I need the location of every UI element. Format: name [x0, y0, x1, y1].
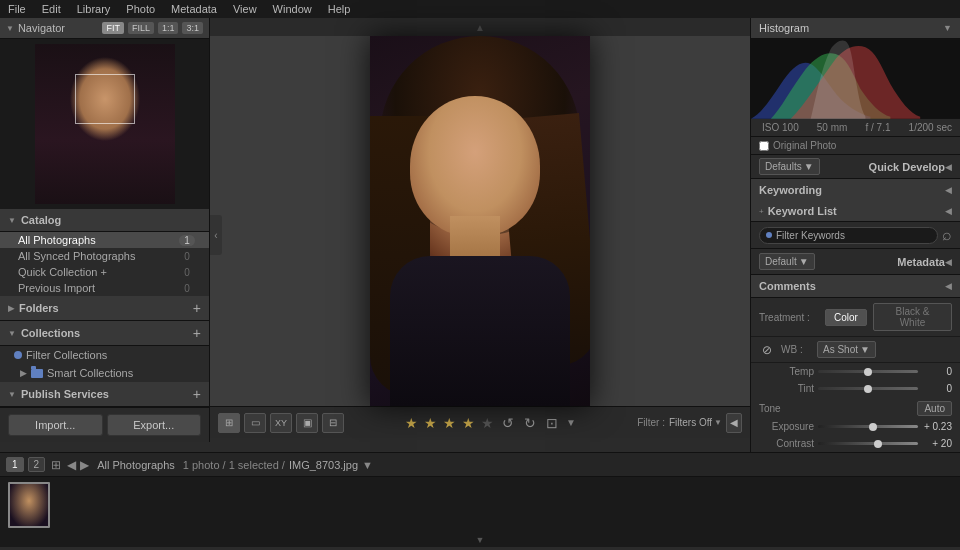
develop-preset-dropdown[interactable]: Defaults ▼	[759, 158, 820, 175]
keywording-header[interactable]: Keywording ◀	[751, 179, 960, 201]
tint-slider-value: 0	[922, 383, 952, 394]
menu-edit[interactable]: Edit	[38, 3, 65, 15]
focal-value: 50 mm	[817, 122, 848, 133]
menu-photo[interactable]: Photo	[122, 3, 159, 15]
folders-add-button[interactable]: +	[193, 301, 201, 315]
filters-off-dropdown[interactable]: Filters Off ▼	[669, 417, 722, 428]
treatment-bw-button[interactable]: Black & White	[873, 303, 952, 331]
contrast-label: Contrast	[759, 438, 814, 449]
nav-fit-btn[interactable]: FIT	[102, 22, 124, 34]
wb-dropdown-arrow: ▼	[860, 344, 870, 355]
loupe-view-button[interactable]: ▭	[244, 413, 266, 433]
contrast-slider-track[interactable]	[818, 442, 918, 445]
filmstrip-num-1[interactable]: 1	[6, 457, 24, 472]
temp-slider-value: 0	[922, 366, 952, 377]
keyword-filter-dot	[766, 232, 772, 238]
quick-develop-title: Quick Develop	[820, 161, 945, 173]
filter-collections-item[interactable]: Filter Collections	[0, 346, 209, 364]
rotate-right-button[interactable]: ↻	[522, 413, 538, 433]
navigator-thumbnail[interactable]	[0, 39, 209, 209]
temp-slider-track[interactable]	[818, 370, 918, 373]
rotate-left-button[interactable]: ↺	[500, 413, 516, 433]
navigator-triangle: ▼	[6, 24, 14, 33]
keyword-list-header[interactable]: + Keyword List ◀	[751, 201, 960, 222]
nav-3to1-btn[interactable]: 3:1	[182, 22, 203, 34]
navigator-buttons: FIT FILL 1:1 3:1	[102, 22, 203, 34]
navigator-photo	[35, 44, 175, 204]
survey-view-button[interactable]: ⊟	[322, 413, 344, 433]
comments-arrow: ◀	[945, 281, 952, 291]
metadata-preset-dropdown[interactable]: Default ▼	[759, 253, 815, 270]
collections-header[interactable]: ▼ Collections +	[0, 321, 209, 346]
filmstrip-thumb-1[interactable]	[8, 482, 50, 528]
smart-collections-item[interactable]: ▶ Smart Collections	[0, 364, 209, 382]
metadata-preset-label: Default	[765, 256, 797, 267]
catalog-previous-import[interactable]: Previous Import 0	[0, 280, 209, 296]
catalog-all-synced[interactable]: All Synced Photographs 0	[0, 248, 209, 264]
menu-metadata[interactable]: Metadata	[167, 3, 221, 15]
star-2[interactable]: ★	[424, 415, 437, 431]
catalog-item-label: All Photographs	[18, 234, 179, 246]
menu-help[interactable]: Help	[324, 3, 355, 15]
xy-view-button[interactable]: XY	[270, 413, 292, 433]
filmstrip-thumbnails	[0, 477, 960, 533]
temp-slider-row: Temp 0	[751, 363, 960, 380]
nav-1to1-btn[interactable]: 1:1	[158, 22, 179, 34]
right-panel: Histogram ▼	[750, 18, 960, 452]
exif-bar: ISO 100 50 mm f / 7.1 1/200 sec	[751, 119, 960, 137]
star-1[interactable]: ★	[405, 415, 418, 431]
develop-preset-arrow: ▼	[804, 161, 814, 172]
wb-dropdown[interactable]: As Shot ▼	[817, 341, 876, 358]
comments-header[interactable]: Comments ◀	[751, 275, 960, 298]
tone-label: Tone	[759, 403, 781, 414]
original-photo-checkbox[interactable]	[759, 141, 769, 151]
publish-add-button[interactable]: +	[193, 387, 201, 401]
keyword-filter-input[interactable]: Filter Keywords	[759, 227, 938, 244]
nav-fill-btn[interactable]: FILL	[128, 22, 154, 34]
export-button[interactable]: Export...	[107, 414, 202, 436]
filmstrip-grid-icon[interactable]: ⊞	[49, 458, 63, 472]
star-3[interactable]: ★	[443, 415, 456, 431]
publish-services-header[interactable]: ▼ Publish Services +	[0, 382, 209, 407]
tint-slider-track[interactable]	[818, 387, 918, 390]
treatment-color-button[interactable]: Color	[825, 309, 867, 326]
folders-header[interactable]: ▶ Folders +	[0, 296, 209, 321]
catalog-quick-collection[interactable]: Quick Collection + 0	[0, 264, 209, 280]
auto-tone-button[interactable]: Auto	[917, 401, 952, 416]
menu-file[interactable]: File	[4, 3, 30, 15]
navigator-header[interactable]: ▼ Navigator FIT FILL 1:1 3:1	[0, 18, 209, 39]
grid-view-button[interactable]: ⊞	[218, 413, 240, 433]
collections-add-button[interactable]: +	[193, 326, 201, 340]
exposure-slider-track[interactable]	[818, 425, 918, 428]
contrast-slider-row: Contrast + 20	[751, 435, 960, 452]
filmstrip-nav-bar: 1 2 ⊞ ◀ ▶ All Photographs 1 photo / 1 se…	[0, 453, 960, 477]
menu-window[interactable]: Window	[269, 3, 316, 15]
image-area[interactable]	[210, 36, 750, 406]
left-panel-collapse-tab[interactable]: ‹	[210, 215, 222, 255]
wb-eyedropper[interactable]: ⊘	[759, 342, 775, 358]
keyword-list-bar: Filter Keywords ⌕	[751, 222, 960, 249]
star-4[interactable]: ★	[462, 415, 475, 431]
compare-view-button[interactable]: ▣	[296, 413, 318, 433]
import-button[interactable]: Import...	[8, 414, 103, 436]
filmstrip-filename: IMG_8703.jpg	[289, 459, 358, 471]
catalog-header[interactable]: ▼ Catalog	[0, 209, 209, 232]
filmstrip-prev-arrow[interactable]: ◀	[67, 458, 76, 472]
catalog-all-photographs[interactable]: All Photographs 1	[0, 232, 209, 248]
filmstrip-filename-arrow[interactable]: ▼	[362, 459, 373, 471]
catalog-item-count: 0	[179, 251, 195, 262]
catalog-item-count: 0	[179, 283, 195, 294]
filter-dropdown[interactable]: ▼	[566, 417, 576, 428]
filmstrip-next-arrow[interactable]: ▶	[80, 458, 89, 472]
menu-view[interactable]: View	[229, 3, 261, 15]
smart-collections-label: Smart Collections	[47, 367, 133, 379]
crop-button[interactable]: ⊡	[544, 413, 560, 433]
star-5[interactable]: ★	[481, 415, 494, 431]
keyword-search-icon[interactable]: ⌕	[942, 226, 952, 244]
filter-toggle[interactable]: ◀	[726, 413, 742, 433]
histogram-header[interactable]: Histogram ▼	[751, 18, 960, 39]
filmstrip-num-2[interactable]: 2	[28, 457, 46, 472]
collections-triangle: ▼	[8, 329, 16, 338]
histogram-arrow: ▼	[943, 23, 952, 33]
menu-library[interactable]: Library	[73, 3, 115, 15]
